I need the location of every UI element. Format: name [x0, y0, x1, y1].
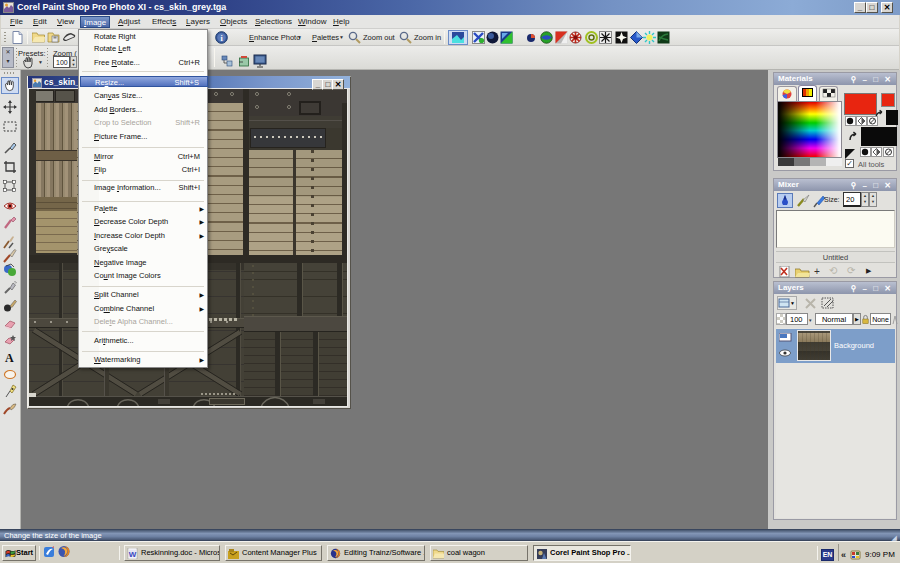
svg-text:W: W [129, 550, 137, 559]
